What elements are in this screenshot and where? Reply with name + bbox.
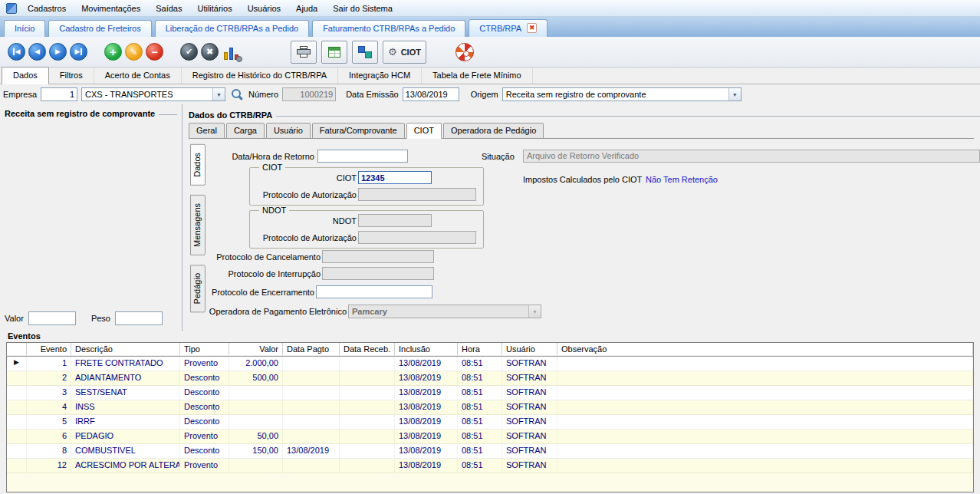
header-observacao[interactable]: Observação [557, 343, 973, 356]
nav-next-button[interactable]: ▶ [49, 43, 67, 61]
spreadsheet-button[interactable] [321, 41, 347, 64]
transfer-button[interactable] [352, 41, 378, 64]
origem-label: Origem [471, 90, 498, 99]
row-selector[interactable] [7, 371, 27, 386]
menu-usuarios[interactable]: Usuários [240, 2, 288, 15]
row-selector[interactable] [7, 459, 27, 473]
print-button[interactable] [291, 41, 317, 64]
numero-label: Número [248, 90, 278, 99]
side-tab-dados[interactable]: Dados [190, 144, 206, 186]
ctrb-tab-usuario[interactable]: Usuário [266, 123, 311, 139]
ctrb-tab-ciot[interactable]: CIOT [406, 123, 442, 139]
cell-tipo: Provento [180, 459, 229, 473]
empresa-code-input[interactable] [41, 87, 77, 101]
header-data-pagto[interactable]: Data Pagto [283, 343, 340, 356]
ciot-button[interactable]: ⚙ CIOT [383, 41, 426, 64]
chevron-down-icon[interactable]: ▼ [728, 88, 741, 100]
subtab-registro-historico[interactable]: Registro de Histórico do CTRB/RPA [182, 68, 338, 84]
header-valor[interactable]: Valor [229, 343, 283, 356]
header-tipo[interactable]: Tipo [180, 343, 229, 356]
row-selector[interactable] [7, 415, 27, 430]
tab-faturamento-ctrb-rpas[interactable]: Faturamento CTRB/RPAs a Pedido [312, 20, 465, 37]
header-evento[interactable]: Evento [27, 343, 71, 356]
ndot-protocolo-autorizacao-field [358, 231, 476, 244]
menu-sair-do-sistema[interactable]: Sair do Sistema [325, 2, 400, 15]
menu-ajuda[interactable]: Ajuda [288, 2, 325, 15]
valor-input[interactable] [28, 311, 76, 325]
printer-icon [297, 46, 311, 58]
cancel-button[interactable]: ✖ [201, 43, 219, 61]
tab-cadastro-de-freteiros[interactable]: Cadastro de Freteiros [48, 20, 151, 37]
arrow-left-icon: ◀ [35, 48, 40, 55]
close-tab-icon[interactable]: ✖ [527, 23, 537, 33]
nav-first-button[interactable]: ◀ [8, 43, 25, 61]
ctrb-tab-geral[interactable]: Geral [189, 123, 225, 139]
nav-previous-button[interactable]: ◀ [28, 43, 46, 61]
delete-record-button[interactable]: − [146, 43, 163, 61]
header-usuario[interactable]: Usuário [502, 343, 557, 356]
subtab-acerto-de-contas[interactable]: Acerto de Contas [94, 68, 182, 84]
add-record-button[interactable]: + [104, 43, 122, 61]
subtab-integracao-hcm[interactable]: Integração HCM [338, 68, 422, 84]
cell-obs [557, 430, 973, 444]
selected-row-marker[interactable]: ▶ [7, 357, 27, 371]
cell-data_receb [340, 386, 395, 400]
data-hora-retorno-input[interactable] [317, 150, 408, 163]
protocolo-encerramento-input[interactable] [316, 285, 432, 298]
menu-utilitarios[interactable]: Utilitários [189, 2, 239, 15]
row-selector[interactable] [7, 444, 27, 459]
header-descricao[interactable]: Descrição [71, 343, 180, 356]
chevron-down-icon[interactable]: ▼ [212, 88, 225, 100]
table-row[interactable]: 6PEDAGIOProvento50,0013/08/201908:51SOFT… [7, 430, 973, 444]
situacao-field: Arquivo de Retorno Verificado [523, 150, 980, 163]
table-row[interactable]: 12ACRESCIMO POR ALTERACACProvento13/08/2… [7, 459, 973, 473]
empresa-combo[interactable]: CXS - TRANSPORTES ▼ [81, 87, 225, 101]
pencil-icon: ✎ [130, 48, 137, 57]
side-tab-mensagens[interactable]: Mensagens [190, 195, 206, 255]
row-selector[interactable] [7, 430, 27, 444]
tab-ctrb-rpa[interactable]: CTRB/RPA ✖ [469, 19, 548, 37]
table-row[interactable]: 8COMBUSTIVELDesconto150,0013/08/201913/0… [7, 444, 973, 459]
table-row[interactable]: 5IRRFDesconto13/08/201908:51SOFTRAN [7, 415, 973, 430]
subtab-dados[interactable]: Dados [2, 67, 49, 84]
protocolo-autorizacao-field [358, 188, 476, 201]
edit-record-button[interactable]: ✎ [125, 43, 143, 61]
table-row[interactable]: ▶1FRETE CONTRATADOProvento2.000,0013/08/… [7, 357, 973, 371]
header-data-receb[interactable]: Data Receb. [340, 343, 395, 356]
table-row[interactable]: 4INSSDesconto13/08/201908:51SOFTRAN [7, 400, 973, 415]
header-hora[interactable]: Hora [458, 343, 502, 356]
cell-descricao: INSS [71, 400, 180, 415]
menu-cadastros[interactable]: Cadastros [20, 2, 74, 15]
table-row[interactable]: 2ADIANTAMENTODesconto500,0013/08/201908:… [7, 371, 973, 386]
ctrb-tab-fatura-comprovante[interactable]: Fatura/Comprovante [312, 123, 405, 139]
cell-inclusao: 13/08/2019 [395, 400, 458, 415]
data-emissao-input[interactable] [403, 87, 459, 101]
menu-movimentacoes[interactable]: Movimentações [74, 2, 148, 15]
operadora-pagamento-value: Pamcary [352, 307, 387, 316]
row-selector[interactable] [7, 400, 27, 415]
impostos-retencao-link[interactable]: Não Tem Retenção [646, 175, 718, 184]
origem-combo[interactable]: Receita sem registro de comprovante ▼ [502, 87, 742, 101]
ctrb-tab-carga[interactable]: Carga [226, 123, 265, 139]
table-row[interactable]: 3SEST/SENATDesconto13/08/201908:51SOFTRA… [7, 386, 973, 400]
chart-button[interactable] [222, 43, 242, 61]
softran-logo-icon[interactable] [455, 43, 474, 61]
subtab-tabela-frete-minimo[interactable]: Tabela de Frete Mínimo [422, 68, 533, 84]
ciot-number-input[interactable] [358, 171, 432, 184]
cell-hora: 08:51 [458, 371, 502, 386]
peso-input[interactable] [115, 311, 163, 325]
ctrb-tab-operadora-pedagio[interactable]: Operadora de Pedágio [443, 123, 544, 139]
confirm-button[interactable]: ✔ [180, 43, 198, 61]
subtab-filtros[interactable]: Filtros [49, 68, 94, 84]
nav-last-button[interactable]: ▶ [70, 43, 87, 61]
cell-obs [557, 386, 973, 400]
empresa-search-button[interactable] [229, 87, 245, 102]
cell-obs [557, 400, 973, 415]
ctrb-panel-caption: Dados do CTRB/RPA [189, 110, 980, 120]
tab-liberacao-ctrb-rpas[interactable]: Liberação de CTRB/RPAs a Pedido [155, 20, 309, 37]
row-selector[interactable] [7, 386, 27, 400]
cell-hora: 08:51 [458, 357, 502, 371]
menu-saidas[interactable]: Saídas [148, 2, 189, 15]
tab-inicio[interactable]: Início [4, 20, 45, 37]
header-inclusao[interactable]: Inclusão [395, 343, 458, 356]
